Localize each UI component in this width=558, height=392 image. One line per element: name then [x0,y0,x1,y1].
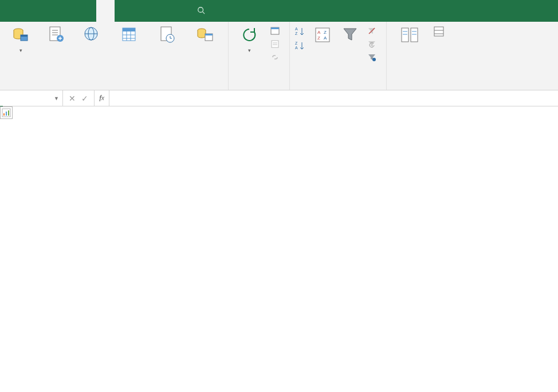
connections-icon [195,25,215,45]
recent-sources-button[interactable] [150,24,184,46]
svg-rect-26 [272,41,278,47]
sort-desc-button[interactable]: ZA [293,39,306,52]
chevron-down-icon: ▼ [54,96,59,101]
svg-text:Z: Z [295,31,298,35]
text-columns-icon [400,25,419,45]
flash-fill-icon [433,25,445,38]
edit-links-button[interactable] [268,52,286,63]
group-sort-filter: AZ ZA AZZA [290,22,387,90]
svg-rect-23 [205,34,213,35]
svg-rect-41 [411,28,418,42]
svg-text:A: A [317,30,321,35]
tab-insert[interactable] [41,0,60,22]
filter-button[interactable] [337,24,363,46]
tab-view[interactable] [133,0,151,22]
tab-help[interactable] [170,0,188,22]
svg-point-0 [198,7,203,12]
svg-point-39 [372,58,376,61]
tab-developer[interactable] [151,0,170,22]
tab-page-layout[interactable] [60,0,78,22]
properties-button[interactable] [268,38,286,50]
globe-icon [82,25,101,45]
sort-icon: AZZA [313,25,332,45]
svg-text:A: A [324,35,327,41]
clear-icon [367,26,377,36]
group-queries-connections [229,22,290,90]
fx-label[interactable]: fx [95,90,109,106]
svg-rect-14 [123,28,135,31]
links-icon [270,52,280,62]
svg-rect-4 [21,35,27,37]
tab-data[interactable] [96,0,115,22]
svg-rect-25 [271,27,279,29]
refresh-all-button[interactable] [232,24,266,54]
tab-home[interactable] [23,0,41,22]
group-label-get-transform [0,87,228,90]
enter-formula-icon[interactable]: ✓ [81,94,88,103]
refresh-icon [239,25,259,45]
ribbon: AZ ZA AZZA [0,22,558,90]
search-icon [197,6,205,16]
svg-line-1 [203,11,205,14]
group-label-queries [229,87,289,90]
svg-text:A: A [295,27,298,31]
svg-rect-40 [402,28,408,42]
ribbon-tabbar [0,0,558,22]
text-to-columns-button[interactable] [390,24,429,46]
svg-rect-52 [8,110,9,116]
queries-icon [270,26,280,36]
tab-formulas[interactable] [78,0,96,22]
queries-connections-button[interactable] [268,25,286,37]
advanced-icon [367,52,377,62]
tab-review[interactable] [115,0,133,22]
clear-filter-button[interactable] [364,25,383,37]
text-file-icon [46,25,66,45]
recent-icon [158,25,177,45]
group-get-transform [0,22,229,90]
tell-me-search[interactable] [188,0,218,22]
formula-bar: ▼ ✕ ✓ fx [0,90,558,106]
from-table-range-button[interactable] [110,24,149,46]
svg-rect-51 [6,112,7,116]
group-label-sort-filter [290,87,386,90]
reapply-button[interactable] [364,38,383,50]
funnel-icon [340,25,360,45]
name-box[interactable]: ▼ [0,90,63,106]
tab-file[interactable] [5,0,23,22]
svg-text:A: A [295,46,298,50]
flash-fill-button[interactable] [430,24,447,39]
advanced-filter-button[interactable] [364,52,383,63]
from-web-button[interactable] [74,24,109,46]
get-data-button[interactable] [3,24,38,54]
group-data-tools [387,22,451,90]
properties-icon [270,39,280,49]
svg-rect-50 [3,113,5,116]
quick-analysis-button[interactable] [0,106,13,119]
table-icon [120,25,139,45]
svg-text:Z: Z [295,41,298,45]
sort-asc-icon: AZ [293,25,306,38]
from-text-csv-button[interactable] [39,24,73,46]
existing-connections-button[interactable] [186,24,225,46]
svg-text:Z: Z [317,35,320,41]
svg-text:Z: Z [324,30,327,35]
sort-button[interactable]: AZZA [309,24,336,46]
sort-desc-icon: ZA [293,39,306,52]
cancel-formula-icon[interactable]: ✕ [69,94,76,103]
database-icon [11,25,30,45]
svg-rect-46 [434,27,443,36]
sort-asc-button[interactable]: AZ [293,25,306,38]
reapply-icon [367,39,377,49]
